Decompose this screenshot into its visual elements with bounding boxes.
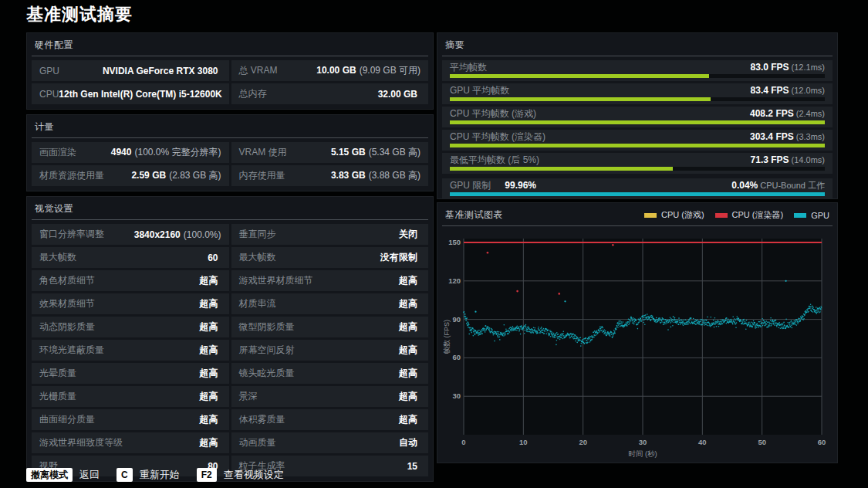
settings-panel-header: 视觉设置 bbox=[32, 199, 428, 220]
setting-cell: 窗口分辨率调整3840x2160(100.0%) bbox=[32, 224, 229, 245]
setting-value-wrap: 10.00 GB(9.09 GB 可用) bbox=[316, 64, 420, 77]
setting-value-wrap: 自动 bbox=[399, 436, 420, 449]
setting-value-wrap: 超高 bbox=[399, 390, 420, 403]
summary-stat-value-wrap: 83.0 FPS(12.1ms) bbox=[751, 63, 825, 73]
setting-value-wrap: 超高 bbox=[200, 436, 221, 449]
setting-label: 微型阴影质量 bbox=[239, 320, 295, 334]
hotkey-hint[interactable]: F2查看视频设定 bbox=[197, 468, 284, 482]
hotkey-hint[interactable]: C重新开始 bbox=[117, 468, 180, 482]
summary-stat-value: 303.4 FPS bbox=[750, 131, 794, 142]
chart-legend: CPU (游戏)CPU (渲染器)GPU bbox=[644, 209, 829, 221]
setting-value-wrap: 32.00 GB bbox=[378, 89, 420, 100]
summary-stat-bar-fill bbox=[450, 97, 711, 101]
svg-text:帧数 (FPS): 帧数 (FPS) bbox=[443, 320, 451, 354]
setting-cell: 最大帧数60 bbox=[32, 247, 229, 268]
setting-label: 光晕质量 bbox=[39, 367, 76, 380]
svg-text:10: 10 bbox=[519, 438, 528, 446]
setting-label: 环境光遮蔽质量 bbox=[39, 344, 104, 357]
summary-stat-row: 最低平均帧数 (后 5%)71.3 FPS(14.0ms) bbox=[442, 153, 833, 174]
svg-text:40: 40 bbox=[698, 438, 707, 446]
setting-value-wrap: 4940(100.0% 完整分辨率) bbox=[111, 146, 221, 159]
setting-value-wrap: 关闭 bbox=[399, 228, 420, 241]
hotkey-hint[interactable]: 撤离模式返回 bbox=[26, 468, 100, 482]
summary-stat-row: CPU 平均帧数 (渲染器)303.4 FPS(3.3ms) bbox=[442, 130, 833, 151]
setting-value: 4940 bbox=[111, 147, 132, 158]
setting-cell: VRAM 使用5.15 GB(5.34 GB 高) bbox=[231, 142, 429, 163]
gpu-bound-value: 99.96% bbox=[505, 181, 536, 191]
setting-value-wrap: 超高 bbox=[200, 413, 221, 426]
setting-value-wrap: 3.83 GB(3.88 GB 高) bbox=[331, 169, 420, 182]
setting-label: 光栅质量 bbox=[39, 390, 76, 403]
gpu-bound-row: GPU 限制99.96%0.04%CPU-Bound 工作 bbox=[442, 178, 833, 199]
summary-panel: 摘要 平均帧数83.0 FPS(12.1ms)GPU 平均帧数83.4 FPS(… bbox=[437, 32, 838, 199]
summary-stat-note: (12.1ms) bbox=[792, 63, 825, 72]
setting-label: 窗口分辨率调整 bbox=[39, 228, 104, 241]
legend-swatch bbox=[644, 213, 657, 218]
legend-label: GPU bbox=[811, 211, 829, 220]
setting-label: 垂直同步 bbox=[239, 228, 276, 241]
setting-value: 3840x2160 bbox=[134, 229, 181, 240]
summary-stat-row: GPU 平均帧数83.4 FPS(12.0ms) bbox=[442, 83, 833, 104]
setting-label: 镜头眩光质量 bbox=[239, 367, 295, 380]
setting-value-wrap: 超高 bbox=[200, 390, 221, 403]
legend-swatch bbox=[715, 213, 728, 218]
setting-value-note: (100.0%) bbox=[184, 229, 221, 240]
setting-label: 景深 bbox=[239, 390, 258, 403]
summary-stat-bar-track bbox=[450, 167, 825, 171]
setting-value-wrap: 超高 bbox=[399, 413, 420, 426]
settings-grid: GPUNVIDIA GeForce RTX 3080总 VRAM10.00 GB… bbox=[32, 60, 428, 104]
settings-panel: 视觉设置窗口分辨率调整3840x2160(100.0%)垂直同步关闭最大帧数60… bbox=[26, 196, 434, 482]
setting-label: CPU bbox=[39, 89, 59, 100]
benchmark-chart: 3060901201500102030405060时间 (秒)帧数 (FPS) bbox=[442, 228, 833, 461]
setting-cell: 材质串流超高 bbox=[231, 293, 429, 314]
summary-stat-label: 平均帧数 bbox=[450, 63, 487, 73]
setting-value: 3.83 GB bbox=[331, 170, 366, 181]
setting-value-wrap: NVIDIA GeForce RTX 3080 bbox=[103, 66, 221, 76]
svg-text:30: 30 bbox=[452, 391, 461, 400]
svg-text:时间 (秒): 时间 (秒) bbox=[628, 449, 657, 458]
setting-cell: 曲面细分质量超高 bbox=[32, 409, 229, 430]
setting-value-wrap: 超高 bbox=[399, 344, 420, 357]
setting-value: 超高 bbox=[399, 298, 417, 309]
setting-cell: 垂直同步关闭 bbox=[231, 224, 429, 245]
cpu-bound-label: CPU-Bound 工作 bbox=[760, 181, 825, 190]
summary-stat-bar-fill bbox=[450, 74, 709, 78]
setting-value: 超高 bbox=[399, 275, 417, 286]
svg-text:20: 20 bbox=[579, 438, 587, 446]
setting-value: 12th Gen Intel(R) Core(TM) i5-12600K bbox=[59, 89, 221, 100]
setting-label: 动态阴影质量 bbox=[39, 320, 95, 334]
summary-stat-note: (2.4ms) bbox=[796, 109, 825, 118]
setting-value: 超高 bbox=[200, 321, 218, 332]
summary-stat-label: 最低平均帧数 (后 5%) bbox=[450, 155, 539, 165]
setting-label: 画面渲染 bbox=[39, 146, 76, 159]
svg-text:60: 60 bbox=[818, 438, 826, 446]
setting-label: 最大帧数 bbox=[39, 251, 76, 264]
setting-value: 2.59 GB bbox=[131, 170, 166, 181]
setting-value: 60 bbox=[208, 252, 218, 263]
summary-stat-bar-track bbox=[450, 74, 825, 78]
setting-value-wrap: 超高 bbox=[399, 297, 420, 310]
settings-panel-header: 硬件配置 bbox=[32, 36, 428, 56]
setting-value: 超高 bbox=[200, 275, 218, 286]
setting-cell: 光晕质量超高 bbox=[32, 363, 229, 384]
setting-value: 32.00 GB bbox=[378, 89, 417, 100]
setting-value: 15 bbox=[407, 461, 417, 472]
setting-value: 超高 bbox=[200, 368, 218, 378]
setting-value: 5.15 GB bbox=[331, 147, 366, 158]
legend-item: GPU bbox=[794, 211, 829, 220]
summary-stat-bar-fill bbox=[450, 120, 825, 124]
summary-stat-row: CPU 平均帧数 (游戏)408.2 FPS(2.4ms) bbox=[442, 107, 833, 127]
setting-cell: 景深超高 bbox=[231, 386, 429, 407]
summary-stat-label: CPU 平均帧数 (游戏) bbox=[450, 109, 536, 119]
setting-cell: 画面渲染4940(100.0% 完整分辨率) bbox=[32, 142, 229, 163]
svg-text:60: 60 bbox=[452, 353, 461, 361]
benchmark-summary-screen: 基准测试摘要 硬件配置GPUNVIDIA GeForce RTX 3080总 V… bbox=[0, 0, 868, 488]
summary-stat-value-wrap: 408.2 FPS(2.4ms) bbox=[750, 109, 825, 119]
key-badge: C bbox=[117, 468, 133, 482]
setting-value: 超高 bbox=[200, 344, 218, 355]
setting-label: 最大帧数 bbox=[239, 251, 276, 264]
setting-label: 材质资源使用量 bbox=[39, 169, 104, 182]
summary-stat-note: (12.0ms) bbox=[792, 86, 825, 95]
setting-value-wrap: 超高 bbox=[200, 274, 221, 287]
gpu-bound-line: GPU 限制99.96%0.04%CPU-Bound 工作 bbox=[450, 181, 825, 191]
